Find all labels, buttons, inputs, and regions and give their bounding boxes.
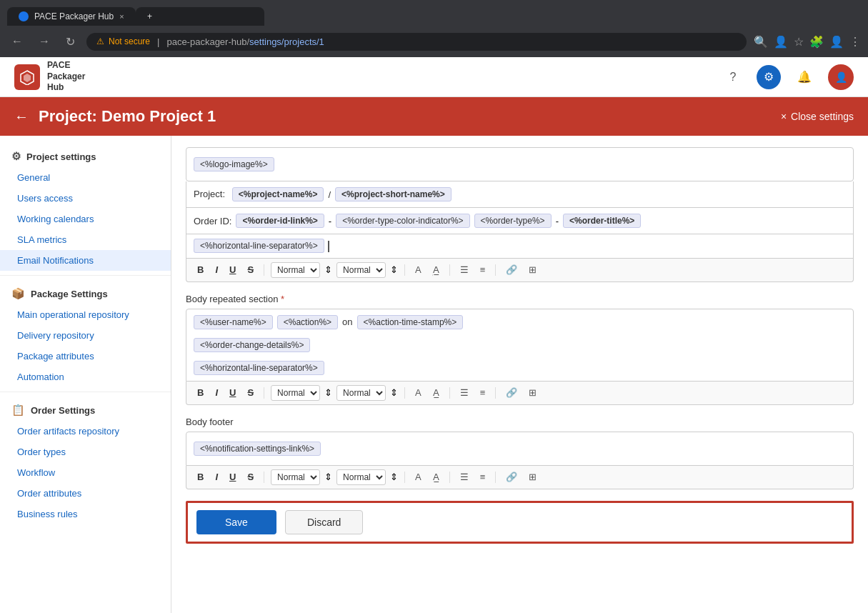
dropdown-arrow-3: ⇕ (324, 387, 332, 398)
close-label: Close settings (791, 111, 854, 122)
repeated-row-3: <%horizontal-line-separator%> (194, 361, 324, 375)
discard-button[interactable]: Discard (285, 510, 363, 534)
help-button[interactable]: ? (721, 65, 745, 89)
page-header: ← Project: Demo Project 1 × Close settin… (0, 97, 868, 136)
settings-button[interactable]: ⚙ (757, 65, 781, 89)
sidebar-section-package: 📦 Package Settings (0, 280, 171, 304)
font-size-select[interactable]: Normal (336, 262, 386, 278)
font-color-icon-2[interactable]: A (411, 386, 425, 399)
link-icon-2[interactable]: 🔗 (502, 386, 521, 399)
address-input[interactable]: ⚠ Not secure | pace-packager-hub/setting… (86, 33, 747, 51)
address-bar: ← → ↻ ⚠ Not secure | pace-packager-hub/s… (0, 26, 868, 57)
refresh-button[interactable]: ↻ (61, 34, 79, 50)
align-icon[interactable]: ≡ (477, 263, 489, 276)
table-icon-3[interactable]: ⊞ (525, 470, 540, 484)
sidebar-item-working-calendars[interactable]: Working calendars (0, 209, 171, 229)
profile-icon[interactable]: 👤 (774, 35, 788, 49)
repeated-row-1: <%user-name%> <%action%> on <%action-tim… (194, 315, 463, 329)
highlight-icon[interactable]: A̲ (429, 263, 443, 276)
sidebar-item-package-attributes[interactable]: Package attributes (0, 346, 171, 367)
underline-button-2[interactable]: U (226, 386, 239, 399)
strikethrough-button-2[interactable]: S (244, 386, 257, 399)
logo-icon (19, 69, 35, 85)
sidebar-item-business-rules[interactable]: Business rules (0, 504, 171, 524)
order-change-details-tag: <%order-change-details%> (194, 338, 310, 352)
underline-button-3[interactable]: U (226, 470, 239, 484)
body-footer-tag-editor[interactable]: <%notification-settings-link%> (186, 432, 854, 466)
body-footer-section: Body footer <%notification-settings-link… (186, 417, 854, 489)
body-header-section: <%logo-image%> Project: <%project-name%>… (186, 147, 854, 282)
user-avatar[interactable]: 👤 (828, 64, 854, 90)
italic-button-3[interactable]: I (211, 470, 221, 484)
page-title: Project: Demo Project 1 (39, 107, 781, 126)
body-repeated-tag-editor[interactable]: <%user-name%> <%action%> on <%action-tim… (186, 309, 854, 382)
font-style-select-2[interactable]: Normal (271, 385, 320, 401)
menu-icon[interactable]: ⋮ (849, 35, 861, 49)
security-warning: ⚠ (96, 36, 104, 46)
new-tab-button[interactable]: + (136, 7, 264, 26)
font-color-icon[interactable]: A (411, 263, 425, 276)
dash1: - (329, 216, 331, 226)
sidebar-item-general[interactable]: General (0, 167, 171, 188)
bold-button-3[interactable]: B (194, 470, 207, 484)
sidebar-item-order-artifacts-repo[interactable]: Order artifacts repository (0, 421, 171, 442)
font-color-icon-3[interactable]: A (411, 470, 425, 484)
bookmark-icon[interactable]: ☆ (794, 35, 804, 49)
highlight-icon-3[interactable]: A̲ (429, 470, 443, 484)
strikethrough-button-3[interactable]: S (244, 470, 257, 484)
strikethrough-button[interactable]: S (244, 263, 257, 276)
align-icon-2[interactable]: ≡ (477, 386, 489, 399)
font-style-select-3[interactable]: Normal (271, 469, 320, 485)
italic-button-2[interactable]: I (211, 386, 221, 399)
back-button[interactable]: ← (7, 34, 27, 49)
forward-button[interactable]: → (34, 34, 54, 49)
bold-button[interactable]: B (194, 263, 207, 276)
link-icon-3[interactable]: 🔗 (502, 470, 521, 484)
sidebar-item-order-types[interactable]: Order types (0, 442, 171, 462)
account-icon[interactable]: 👤 (829, 35, 844, 49)
on-text: on (342, 317, 352, 327)
notifications-button[interactable]: 🔔 (792, 65, 817, 89)
extensions-icon[interactable]: 🧩 (809, 35, 824, 49)
italic-button[interactable]: I (211, 263, 221, 276)
sidebar-item-delivery-repo[interactable]: Delivery repository (0, 325, 171, 346)
notification-settings-link-tag: <%notification-settings-link%> (194, 442, 321, 456)
align-icon-3[interactable]: ≡ (477, 470, 489, 484)
table-icon-2[interactable]: ⊞ (525, 386, 540, 399)
table-icon[interactable]: ⊞ (525, 263, 540, 276)
sidebar-item-main-repo[interactable]: Main operational repository (0, 304, 171, 325)
toolbar-divider-7 (449, 387, 450, 399)
list-unordered-icon[interactable]: ☰ (457, 263, 472, 276)
close-settings-button[interactable]: × Close settings (781, 111, 854, 122)
sidebar-item-automation[interactable]: Automation (0, 367, 171, 387)
search-icon[interactable]: 🔍 (754, 35, 768, 49)
back-button[interactable]: ← (14, 109, 29, 125)
sidebar-item-sla-metrics[interactable]: SLA metrics (0, 229, 171, 250)
close-tab-button[interactable]: × (119, 12, 124, 21)
address-url: pace-packager-hub/settings/projects/1 (166, 36, 324, 47)
list-unordered-icon-2[interactable]: ☰ (457, 386, 472, 399)
toolbar-divider-5 (264, 387, 264, 399)
font-size-select-2[interactable]: Normal (336, 385, 386, 401)
toolbar-divider-1 (264, 264, 264, 276)
browser-right-icons: 🔍 👤 ☆ 🧩 👤 ⋮ (754, 35, 861, 49)
bold-button-2[interactable]: B (194, 386, 207, 399)
font-size-select-3[interactable]: Normal (336, 469, 386, 485)
sidebar-item-users-access[interactable]: Users access (0, 188, 171, 209)
horizontal-sep-tag-2: <%horizontal-line-separator%> (194, 361, 324, 375)
svg-marker-1 (24, 74, 31, 82)
active-tab[interactable]: PACE Packager Hub × (7, 7, 136, 26)
font-style-select[interactable]: Normal (271, 262, 320, 278)
header-actions: ? ⚙ 🔔 👤 (721, 64, 854, 90)
list-unordered-icon-3[interactable]: ☰ (457, 470, 472, 484)
body-header-tag-editor[interactable]: <%logo-image%> (186, 147, 854, 181)
logo-image-tag: <%logo-image%> (194, 157, 274, 171)
underline-button[interactable]: U (226, 263, 239, 276)
sidebar-item-order-attributes[interactable]: Order attributes (0, 483, 171, 504)
order-settings-icon: 📋 (11, 404, 25, 417)
link-icon[interactable]: 🔗 (502, 263, 521, 276)
sidebar-item-email-notifications[interactable]: Email Notifications (0, 250, 171, 271)
save-button[interactable]: Save (196, 510, 276, 534)
highlight-icon-2[interactable]: A̲ (429, 386, 443, 399)
sidebar-item-workflow[interactable]: Workflow (0, 462, 171, 483)
